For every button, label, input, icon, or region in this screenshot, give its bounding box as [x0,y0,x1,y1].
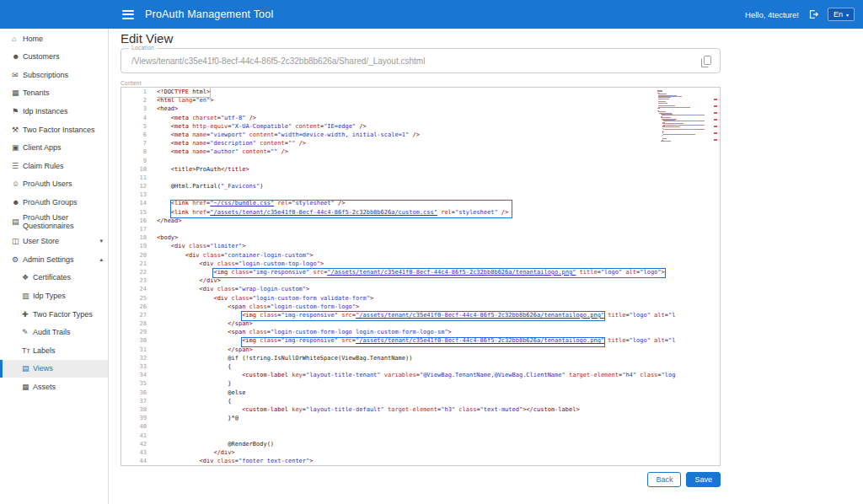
proauth-users-icon: ☺ [12,180,23,188]
app-window: ProAuth Management Tool Hello, 4tecture!… [0,0,863,504]
topbar-right: Hello, 4tecture! En ▾ [745,8,855,21]
code-attribute: http-equiv [192,123,228,130]
code-line: <img class="img-responsive" src="/assets… [157,337,720,346]
code-line: @if (!string.IsNullOrWhiteSpace(ViewBag.… [157,355,720,363]
code-line: <div class="container-login-custom"> [157,252,720,260]
save-button[interactable]: Save [686,472,721,487]
code-string: "X-UA-Compatible" [232,123,292,130]
main-content: Edit View Location Content 1234567891011… [109,29,863,504]
code-tag: > [309,252,313,259]
code-attribute: src [341,312,352,319]
sidebar-item-labels[interactable]: TтLabels [0,341,108,360]
sidebar-item-label: Subscriptions [23,71,103,79]
code-tag: <link [171,200,189,206]
line-number: 9 [121,158,157,166]
code-line [157,432,720,441]
logout-icon[interactable] [807,8,819,20]
code-tag: > [249,346,253,353]
sidebar-item-assets[interactable]: ▦Assets [0,378,108,396]
code-tag: <img [242,337,256,344]
sidebar-item-user-store[interactable]: ◫User Store▾ [0,233,108,251]
code-text [157,406,242,413]
sidebar-item-proauth-groups[interactable]: ☻ProAuth Groups [0,193,108,212]
code-tag: <div [200,286,214,292]
code-text [157,295,213,302]
code-tag: </span [228,346,249,353]
code-text: }*@ [157,415,239,421]
menu-icon[interactable] [122,8,134,21]
sidebar-item-home[interactable]: ⌂Home [0,29,108,48]
sidebar-item-audit-trails[interactable]: ✎Audit Trails [0,324,108,342]
line-number: 23 [121,277,157,286]
sidebar-item-two-factor-instances[interactable]: ⚒Two Factor Instances [0,121,108,139]
sidebar-item-two-factor-types[interactable]: ✚Two Factor Types [0,305,108,324]
code-string: "img-responsive" [281,337,338,344]
code-line: <meta charset="utf-8" /> [157,115,720,123]
code-text [157,320,228,327]
code-attribute: class [640,372,657,378]
code-text [157,277,200,284]
code-tag: <title [171,166,192,173]
code-tag: > [174,105,178,112]
code-attribute: content [249,131,275,138]
code-line: </head> [157,217,720,226]
sidebar-item-proauth-users[interactable]: ☺ProAuth Users [0,175,108,194]
code-line: <!DOCTYPE html> [157,88,720,97]
line-number: 11 [121,174,157,183]
copy-icon[interactable] [701,56,711,67]
location-input[interactable] [121,49,720,72]
code-attribute: class [217,458,235,464]
code-tag: /> [299,140,306,147]
sidebar-item-proauth-user-questionnaires[interactable]: ▤ProAuth User Questionnaires [0,212,108,233]
code-attribute: title [608,312,625,319]
code-attribute: alt [654,337,665,344]
sidebar-item-idp-instances[interactable]: ⚑Idp Instances [0,102,108,121]
code-line: <span class="login-custom-form-logo"> [157,303,720,312]
sidebar-item-views[interactable]: ▤Views [0,360,108,378]
minimap-string-mark [682,129,699,130]
code-tag: <meta [171,140,189,147]
minimap-line [657,108,660,109]
sidebar-item-certificates[interactable]: ❖Certificates [0,269,108,287]
code-tag: > [448,329,452,335]
code-line: <meta http-equiv="X-UA-Compatible" conte… [157,123,720,131]
code-string: "h3" [441,406,455,413]
sidebar-item-claim-rules[interactable]: ☰Claim Rules [0,157,108,175]
line-number: 29 [121,329,157,337]
minimap-string-mark [665,141,669,142]
editor-minimap[interactable] [657,90,710,144]
language-select[interactable]: En ▾ [828,8,855,21]
line-number: 37 [121,398,157,406]
code-attribute: class [203,252,221,259]
idp-types-icon: ▥ [22,292,33,300]
line-number: 44 [121,458,157,466]
sidebar-item-label: ProAuth Groups [23,198,103,206]
minimap-string-mark [681,115,698,115]
code-line: <meta name="viewport" content="width=dev… [157,131,720,140]
code-attribute: content [295,123,320,130]
minimap-line [662,126,680,127]
sidebar-item-subscriptions[interactable]: ✉Subscriptions [0,66,108,84]
code-editor[interactable]: 1234567891011121314151617181920212223242… [121,87,721,466]
sidebar-item-client-apps[interactable]: ▣Client Apps [0,139,108,158]
sidebar-item-idp-types[interactable]: ▥Idp Types [0,287,108,305]
code-attribute: charset [192,115,217,121]
code-text [157,346,228,353]
line-number: 5 [121,123,157,131]
code-string: "logo" [601,269,622,276]
sidebar-item-admin-settings[interactable]: ⚙Admin Settings▴ [0,250,108,269]
sidebar-item-tenants[interactable]: ▦Tenants [0,84,108,103]
code-tag: <link [171,209,189,216]
sidebar-item-customers[interactable]: ☻Customers [0,48,108,67]
line-number: 4 [121,115,157,123]
code-text: ProAuth [196,166,221,173]
line-number: 16 [121,217,157,226]
sidebar-item-label: Two Factor Instances [23,126,103,134]
sidebar: ⌂Home☻Customers✉Subscriptions▦Tenants⚑Id… [0,29,109,504]
code-line: <head> [157,105,720,114]
code-string: "l [668,337,675,344]
back-button[interactable]: Back [647,472,681,487]
questionnaires-icon: ▤ [12,217,23,226]
user-greeting: Hello, 4tecture! [745,10,799,19]
code-tag: > [174,234,178,241]
